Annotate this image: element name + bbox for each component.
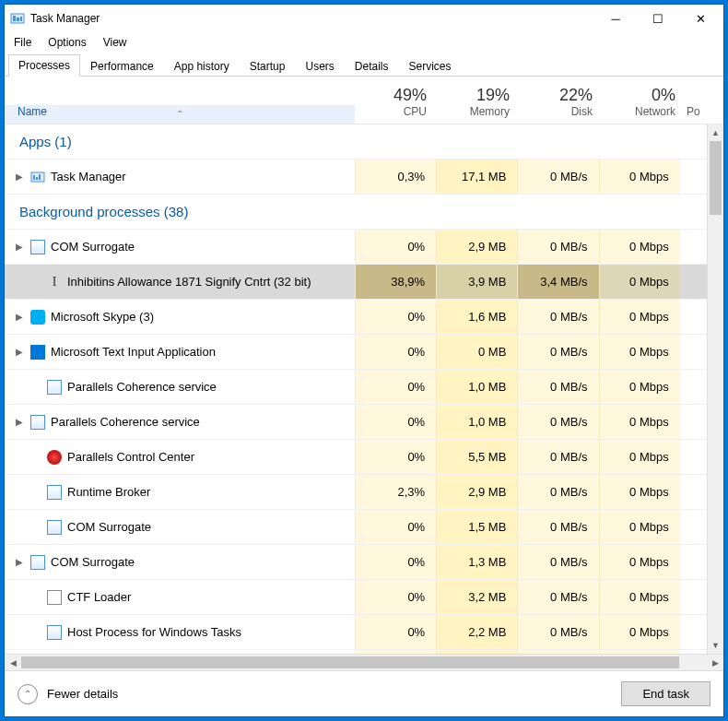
maximize-button[interactable]: ☐	[637, 5, 679, 32]
disk-value: 0 MB/s	[517, 475, 598, 509]
process-row[interactable]: Parallels Control Center0%5,5 MB0 MB/s0 …	[5, 440, 707, 475]
process-name-cell: ▶Microsoft Skype (3)	[5, 310, 355, 325]
end-task-button[interactable]: End task	[621, 681, 710, 706]
column-name[interactable]: ⌃ Name	[5, 105, 355, 124]
network-value: 0 Mbps	[599, 230, 680, 264]
menu-options[interactable]: Options	[41, 34, 93, 51]
memory-label: Memory	[470, 105, 510, 118]
tab-performance[interactable]: Performance	[80, 55, 164, 77]
menu-view[interactable]: View	[96, 34, 135, 51]
process-name-cell: CTF Loader	[5, 590, 355, 605]
memory-value: 1,3 MB	[436, 545, 517, 579]
process-row[interactable]: ▶COM Surrogate0%1,3 MB0 MB/s0 Mbps	[5, 545, 707, 580]
svg-rect-7	[39, 174, 41, 180]
sort-indicator-icon: ⌃	[176, 109, 183, 119]
hscroll-track[interactable]	[21, 655, 707, 670]
process-name: Host Process for Windows Tasks	[67, 625, 241, 639]
network-value: 0 Mbps	[599, 265, 680, 299]
column-power[interactable]: Po	[687, 105, 714, 124]
process-name-cell: Host Process for Windows Tasks	[5, 625, 355, 640]
cpu-value: 0%	[355, 545, 436, 579]
power-cell	[680, 160, 707, 194]
close-button[interactable]: ✕	[679, 5, 722, 32]
process-name-cell: Runtime Broker	[5, 485, 355, 500]
column-network[interactable]: 0% Network	[604, 86, 687, 124]
disk-value: 0 MB/s	[517, 160, 598, 194]
process-row[interactable]: ▶Microsoft Skype (3)0%1,6 MB0 MB/s0 Mbps	[5, 300, 707, 335]
svg-rect-1	[13, 16, 16, 21]
cpu-value: 0%	[355, 440, 436, 474]
process-row[interactable]: ▶COM Surrogate0%2,9 MB0 MB/s0 Mbps	[5, 230, 707, 265]
process-name: Parallels Coherence service	[51, 415, 200, 429]
scroll-thumb[interactable]	[710, 141, 722, 215]
tab-app-history[interactable]: App history	[164, 55, 240, 77]
scroll-up-icon[interactable]: ▲	[708, 124, 723, 141]
column-disk[interactable]: 22% Disk	[521, 86, 604, 124]
generic-app-icon	[47, 625, 62, 640]
network-label: Network	[635, 105, 675, 118]
expand-icon[interactable]: ▶	[14, 312, 25, 322]
scroll-right-icon[interactable]: ▶	[707, 655, 723, 670]
vertical-scrollbar[interactable]: ▲ ▼	[707, 124, 723, 654]
network-value: 0 Mbps	[599, 615, 680, 649]
titlebar[interactable]: Task Manager ─ ☐ ✕	[5, 5, 723, 32]
fewer-details-toggle[interactable]: ⌃ Fewer details	[18, 684, 118, 704]
memory-value: 1,5 MB	[436, 510, 517, 544]
process-name-cell: IInhibitins Allowance 1871 Signify Cntrt…	[5, 275, 355, 290]
process-row[interactable]: ▶Task Manager0,3%17,1 MB0 MB/s0 Mbps	[5, 160, 707, 195]
minimize-button[interactable]: ─	[594, 5, 637, 32]
disk-label: Disk	[571, 105, 593, 118]
scroll-track[interactable]	[708, 141, 723, 637]
process-name-cell: COM Surrogate	[5, 520, 355, 535]
process-row[interactable]: Runtime Broker2,3%2,9 MB0 MB/s0 Mbps	[5, 475, 707, 510]
expand-icon[interactable]: ▶	[14, 417, 25, 427]
process-row[interactable]: ▶Microsoft Text Input Application0%0 MB0…	[5, 335, 707, 370]
hscroll-thumb[interactable]	[21, 656, 679, 668]
network-value: 0 Mbps	[599, 580, 680, 614]
expand-icon[interactable]: ▶	[14, 242, 25, 252]
menu-file[interactable]: File	[6, 34, 39, 51]
generic-app-icon	[47, 485, 62, 500]
network-value: 0 Mbps	[599, 160, 680, 194]
tab-details[interactable]: Details	[345, 55, 399, 77]
cpu-label: CPU	[404, 105, 427, 118]
tab-users[interactable]: Users	[295, 55, 344, 77]
process-row[interactable]: CTF Loader0%3,2 MB0 MB/s0 Mbps	[5, 580, 707, 615]
tabs: Processes Performance App history Startu…	[5, 53, 723, 77]
disk-value: 0 MB/s	[517, 650, 598, 654]
scroll-down-icon[interactable]: ▼	[708, 637, 723, 654]
column-memory[interactable]: 19% Memory	[438, 86, 521, 124]
process-row[interactable]: COM Surrogate0%1,5 MB0 MB/s0 Mbps	[5, 510, 707, 545]
disk-value: 0 MB/s	[517, 615, 598, 649]
cpu-value: 0%	[355, 615, 436, 649]
cpu-value: 0,3%	[355, 160, 436, 194]
process-name-cell: ▶COM Surrogate	[5, 240, 355, 254]
tab-services[interactable]: Services	[399, 55, 462, 77]
cpu-value: 0%	[355, 510, 436, 544]
process-row[interactable]: Host Process for Windows Tasks0%2,2 MB0 …	[5, 615, 707, 650]
process-name: COM Surrogate	[67, 520, 151, 534]
disk-value: 0 MB/s	[517, 580, 598, 614]
process-name-cell: ▶Task Manager	[5, 170, 355, 184]
process-name: Runtime Broker	[67, 485, 150, 499]
tab-processes[interactable]: Processes	[8, 54, 80, 77]
column-cpu[interactable]: 49% CPU	[355, 86, 438, 124]
network-value: 0 Mbps	[599, 475, 680, 509]
cpu-value: 0%	[355, 335, 436, 369]
process-row[interactable]: IInhibitins Allowance 1871 Signify Cntrt…	[5, 265, 707, 300]
expand-icon[interactable]: ▶	[14, 557, 25, 567]
disk-value: 0 MB/s	[517, 335, 598, 369]
cpu-value: 2,3%	[355, 475, 436, 509]
svg-rect-5	[33, 175, 35, 180]
ctf-icon	[47, 590, 62, 605]
process-name: COM Surrogate	[51, 240, 135, 254]
process-row[interactable]: Parallels Coherence service0%1,0 MB0 MB/…	[5, 370, 707, 405]
memory-value: 1,0 MB	[436, 405, 517, 439]
expand-icon[interactable]: ▶	[14, 171, 25, 182]
process-row[interactable]: IPVanishVPN (32 bit)0%65,1 MB0 MB/s0 Mbp…	[5, 650, 707, 654]
horizontal-scrollbar[interactable]: ◀ ▶	[5, 654, 723, 670]
process-row[interactable]: ▶Parallels Coherence service0%1,0 MB0 MB…	[5, 405, 707, 440]
scroll-left-icon[interactable]: ◀	[5, 655, 21, 670]
expand-icon[interactable]: ▶	[14, 347, 25, 357]
tab-startup[interactable]: Startup	[240, 55, 296, 77]
